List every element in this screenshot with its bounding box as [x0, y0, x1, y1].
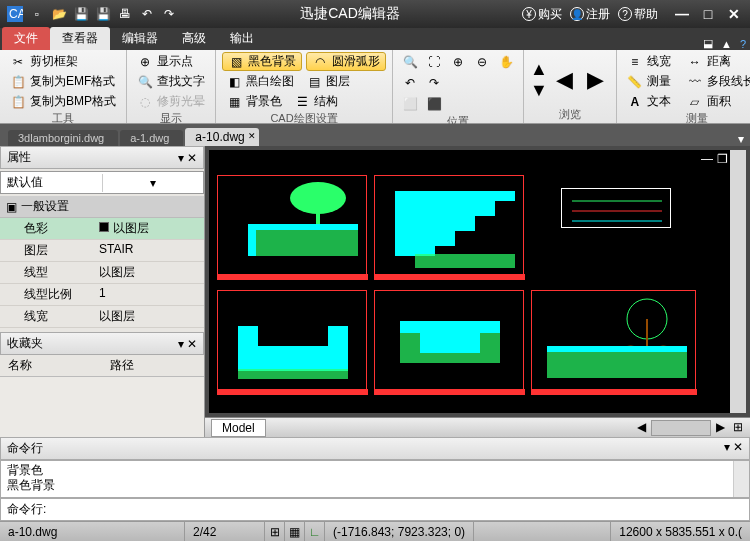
tab-viewer[interactable]: 查看器 — [50, 27, 110, 50]
v-scrollbar[interactable] — [733, 461, 749, 497]
snap-toggle-icon[interactable]: ⊞ — [265, 522, 285, 541]
properties-table: ▣一般设置 色彩以图层 图层STAIR 线型以图层 线型比例1 线宽以图层 — [0, 196, 204, 328]
app-icon[interactable]: CAD — [6, 5, 24, 23]
model-tab[interactable]: Model — [211, 419, 266, 437]
chevron-down-icon[interactable]: ▾ — [102, 174, 204, 192]
tab-output[interactable]: 输出 — [218, 27, 266, 50]
collapse-icon: ▣ — [6, 200, 17, 214]
browse-up-icon[interactable]: ▲ — [530, 59, 548, 80]
distance-button[interactable]: ↔距离 — [683, 52, 735, 71]
show-point-button[interactable]: ⊕显示点 — [133, 52, 209, 71]
black-bg-button[interactable]: ▧黑色背景 — [222, 52, 302, 71]
find-text-button[interactable]: 🔍查找文字 — [133, 72, 209, 91]
title-bar: CAD ▫ 📂 💾 💾 🖶 ↶ ↷ 迅捷CAD编辑器 ¥购买 👤注册 ?帮助 —… — [0, 0, 750, 28]
browse-down-icon[interactable]: ▼ — [530, 80, 548, 101]
save-icon[interactable]: 💾 — [72, 5, 90, 23]
copy-emf-button[interactable]: 📋复制为EMF格式 — [6, 72, 120, 91]
polyline-icon: 〰 — [687, 74, 703, 90]
section-general[interactable]: ▣一般设置 — [0, 196, 204, 218]
prop-row-ltscale[interactable]: 线型比例1 — [0, 284, 204, 306]
prop-row-layer[interactable]: 图层STAIR — [0, 240, 204, 262]
zoom-scale-icon[interactable]: ⬛ — [423, 94, 445, 114]
pan-icon[interactable]: ✋ — [495, 52, 517, 72]
clip-frame-button[interactable]: ✂剪切框架 — [6, 52, 120, 71]
ribbon-help-icon[interactable]: ? — [736, 38, 750, 50]
buy-link[interactable]: ¥购买 — [522, 6, 562, 23]
drawing-tile — [374, 175, 524, 280]
properties-combo[interactable]: 默认值▾ — [0, 171, 204, 194]
panel-close-icon[interactable]: ▾ ✕ — [178, 337, 197, 351]
zoom-all-icon[interactable]: ⬜ — [399, 94, 421, 114]
undo-icon[interactable]: ↶ — [138, 5, 156, 23]
layer-button[interactable]: ▤图层 — [302, 72, 354, 91]
register-link[interactable]: 👤注册 — [570, 6, 610, 23]
bg-color-button[interactable]: ▦背景色 — [222, 92, 286, 111]
question-icon: ? — [618, 7, 632, 21]
command-input[interactable] — [50, 501, 743, 518]
zoom-in-icon[interactable]: ⊕ — [447, 52, 469, 72]
text-button[interactable]: A文本 — [623, 92, 675, 111]
command-prompt: 命令行: — [7, 501, 46, 518]
col-path[interactable]: 路径 — [102, 355, 204, 376]
panel-close-icon[interactable]: ▾ ✕ — [178, 151, 197, 165]
print-icon[interactable]: 🖶 — [116, 5, 134, 23]
maximize-button[interactable]: □ — [698, 6, 718, 22]
yen-icon: ¥ — [522, 7, 536, 21]
svg-rect-10 — [375, 274, 525, 280]
drawing-canvas[interactable]: — ❐ ✕ — [209, 150, 746, 413]
panel-close-icon[interactable]: ▾ ✕ — [724, 440, 743, 457]
tab-file[interactable]: 文件 — [2, 27, 50, 50]
group-cad-settings: ▧黑色背景 ◠圆滑弧形 ◧黑白绘图 ▤图层 ▦背景色 ☰结构 CAD绘图设置 — [216, 50, 393, 123]
text-icon: A — [627, 94, 643, 110]
measure-button[interactable]: 📏测量 — [623, 72, 675, 91]
mdi-minimize-icon[interactable]: — — [701, 152, 713, 166]
polylength-button[interactable]: 〰多段线长度 — [683, 72, 750, 91]
open-icon[interactable]: 📂 — [50, 5, 68, 23]
copy-bmp-button[interactable]: 📋复制为BMP格式 — [6, 92, 120, 111]
bw-draw-button[interactable]: ◧黑白绘图 — [222, 72, 298, 91]
zoom-extents-icon[interactable]: ⛶ — [423, 52, 445, 72]
ribbon-minimize-icon[interactable]: ▲ — [717, 38, 736, 50]
title-right: ¥购买 👤注册 ?帮助 — □ ✕ — [522, 6, 744, 23]
doc-tab-1[interactable]: 3dlamborgini.dwg — [8, 130, 118, 146]
tab-overflow-icon[interactable]: ▾ — [732, 132, 750, 146]
structure-icon: ☰ — [294, 94, 310, 110]
trim-halo-button[interactable]: ◌修剪光晕 — [133, 92, 209, 111]
status-dims: 12600 x 5835.551 x 0.( — [610, 522, 750, 541]
tab-editor[interactable]: 编辑器 — [110, 27, 170, 50]
zoom-out-icon[interactable]: ⊖ — [471, 52, 493, 72]
doc-tab-2[interactable]: a-1.dwg — [120, 130, 183, 146]
zoom-prev-icon[interactable]: ↶ — [399, 73, 421, 93]
save-all-icon[interactable]: 💾 — [94, 5, 112, 23]
scroll-left-icon[interactable]: ◀ — [634, 420, 649, 436]
v-scrollbar[interactable] — [730, 150, 746, 413]
col-name[interactable]: 名称 — [0, 355, 102, 376]
doc-tab-3[interactable]: a-10.dwg✕ — [185, 128, 258, 146]
browse-right-icon[interactable]: ▶ — [581, 67, 610, 93]
prop-row-color[interactable]: 色彩以图层 — [0, 218, 204, 240]
scroll-right-icon[interactable]: ▶ — [713, 420, 728, 436]
structure-button[interactable]: ☰结构 — [290, 92, 342, 111]
browse-left-icon[interactable]: ◀ — [550, 67, 579, 93]
area-button[interactable]: ▱面积 — [683, 92, 735, 111]
ribbon-style-icon[interactable]: ⬓ — [699, 37, 717, 50]
lineweight-button[interactable]: ≡线宽 — [623, 52, 675, 71]
zoom-window-icon[interactable]: 🔍 — [399, 52, 421, 72]
prop-row-linetype[interactable]: 线型以图层 — [0, 262, 204, 284]
layout-icon[interactable]: ⊞ — [730, 420, 746, 436]
tab-close-icon[interactable]: ✕ — [248, 131, 256, 141]
mdi-restore-icon[interactable]: ❐ — [717, 152, 728, 166]
new-icon[interactable]: ▫ — [28, 5, 46, 23]
zoom-next-icon[interactable]: ↷ — [423, 73, 445, 93]
close-button[interactable]: ✕ — [724, 6, 744, 22]
grid-toggle-icon[interactable]: ▦ — [285, 522, 305, 541]
point-icon: ⊕ — [137, 54, 153, 70]
prop-row-lineweight[interactable]: 线宽以图层 — [0, 306, 204, 328]
minimize-button[interactable]: — — [672, 6, 692, 22]
ortho-toggle-icon[interactable]: ∟ — [305, 522, 325, 541]
scroll-track[interactable] — [651, 420, 711, 436]
redo-icon[interactable]: ↷ — [160, 5, 178, 23]
smooth-arc-button[interactable]: ◠圆滑弧形 — [306, 52, 386, 71]
tab-advanced[interactable]: 高级 — [170, 27, 218, 50]
help-link[interactable]: ?帮助 — [618, 6, 658, 23]
